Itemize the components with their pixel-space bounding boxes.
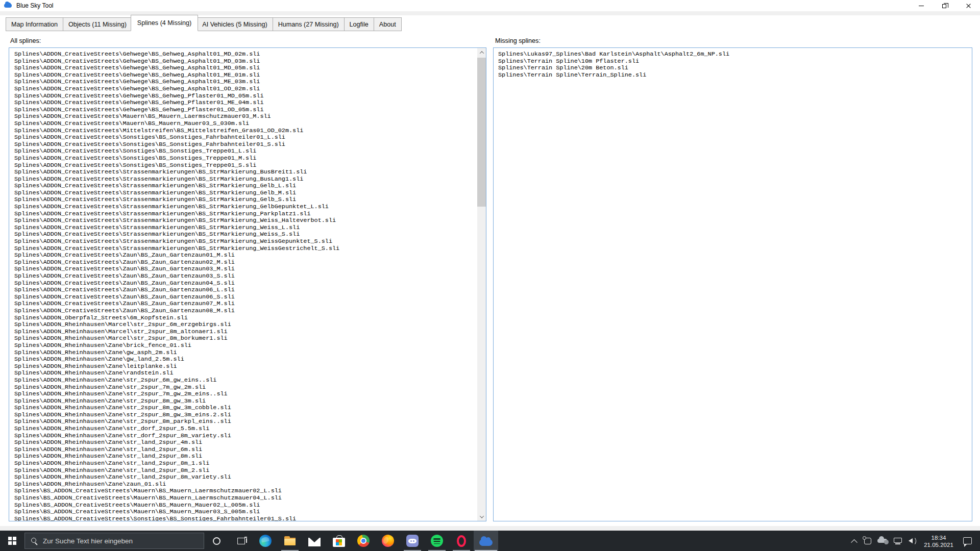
list-item[interactable]: Splines\ADDON_CreativeStreets\Sonstiges\… xyxy=(14,134,477,141)
tab-logfile[interactable]: Logfile xyxy=(344,17,374,31)
taskbar-app-opera[interactable] xyxy=(449,531,474,551)
list-item[interactable]: Splines\ADDON_Rheinhausen\Zane\str_dorf_… xyxy=(14,433,477,440)
list-item[interactable]: Splines\ADDON_CreativeStreets\Zaun\BS_Za… xyxy=(14,273,477,280)
list-item[interactable]: Splines\Terrain Spline\10m Pflaster.sli xyxy=(498,58,972,65)
list-item[interactable]: Splines\BS_ADDON_CreativeStreets\Mauern\… xyxy=(14,488,477,495)
list-item[interactable]: Splines\ADDON_Rheinhausen\Marcel\str_2sp… xyxy=(14,329,477,336)
list-item[interactable]: Splines\ADDON_Rheinhausen\Zane\randstein… xyxy=(14,370,477,377)
list-item[interactable]: Splines\ADDON_CreativeStreets\Mittelstre… xyxy=(14,128,477,135)
list-item[interactable]: Splines\ADDON_CreativeStreets\Gehwege\BS… xyxy=(14,99,477,107)
taskbar-app-chrome[interactable] xyxy=(351,531,376,551)
list-item[interactable]: Splines\ADDON_CreativeStreets\Strassenma… xyxy=(14,176,477,183)
tray-icon-hidden-icons[interactable] xyxy=(847,531,861,551)
list-item[interactable]: Splines\Lukas97_Splines\Bad Karlstein\As… xyxy=(498,51,972,58)
scroll-up-button[interactable] xyxy=(477,48,486,57)
list-item[interactable]: Splines\ADDON_CreativeStreets\Strassenma… xyxy=(14,238,477,245)
list-item[interactable]: Splines\ADDON_Rheinhausen\Zane\str_land_… xyxy=(14,467,477,474)
action-center-button[interactable] xyxy=(957,531,978,551)
list-item[interactable]: Splines\ADDON_CreativeStreets\Sonstiges\… xyxy=(14,148,477,155)
cortana-button[interactable] xyxy=(204,531,229,551)
restore-button[interactable] xyxy=(933,0,957,11)
taskbar-app-mail[interactable] xyxy=(302,531,327,551)
list-item[interactable]: Splines\ADDON_Oberpfalz_Streets\6m_Kopfs… xyxy=(14,315,477,322)
list-item[interactable]: Splines\ADDON_Rheinhausen\Zane\str_2spur… xyxy=(14,405,477,412)
list-item[interactable]: Splines\ADDON_CreativeStreets\Zaun\BS_Za… xyxy=(14,294,477,301)
list-item[interactable]: Splines\BS_ADDON_CreativeStreets\Mauern\… xyxy=(14,509,477,516)
list-item[interactable]: Splines\ADDON_CreativeStreets\Gehwege\BS… xyxy=(14,93,477,100)
tray-icon-volume[interactable] xyxy=(905,531,921,551)
list-item[interactable]: Splines\ADDON_CreativeStreets\Gehwege\BS… xyxy=(14,107,477,114)
missing-splines-listbox[interactable]: Splines\Lukas97_Splines\Bad Karlstein\As… xyxy=(493,47,972,521)
minimize-button[interactable] xyxy=(910,0,933,11)
list-item[interactable]: Splines\ADDON_CreativeStreets\Zaun\BS_Za… xyxy=(14,252,477,259)
taskbar-app-edge[interactable] xyxy=(253,531,278,551)
tab-humans[interactable]: Humans (27 Missing) xyxy=(273,17,345,31)
scrollbar-thumb[interactable] xyxy=(477,58,486,207)
list-item[interactable]: Splines\BS_ADDON_CreativeStreets\Mauern\… xyxy=(14,495,477,502)
list-item[interactable]: Splines\ADDON_CreativeStreets\Strassenma… xyxy=(14,211,477,218)
list-item[interactable]: Splines\ADDON_Rheinhausen\Marcel\str_2sp… xyxy=(14,335,477,342)
taskbar-app-file-explorer[interactable] xyxy=(278,531,302,551)
list-item[interactable]: Splines\ADDON_Rheinhausen\Zane\str_2spur… xyxy=(14,377,477,384)
search-input[interactable] xyxy=(43,537,204,545)
list-item[interactable]: Splines\ADDON_Rheinhausen\Zane\leitplank… xyxy=(14,363,477,370)
list-item[interactable]: Splines\ADDON_Rheinhausen\Zane\gw_land_2… xyxy=(14,356,477,363)
list-item[interactable]: Splines\ADDON_CreativeStreets\Gehwege\BS… xyxy=(14,65,477,72)
list-item[interactable]: Splines\ADDON_CreativeStreets\Zaun\BS_Za… xyxy=(14,280,477,287)
list-item[interactable]: Splines\ADDON_Rheinhausen\Zane\str_2spur… xyxy=(14,391,477,398)
list-item[interactable]: Splines\ADDON_CreativeStreets\Strassenma… xyxy=(14,224,477,232)
taskbar-app-firefox[interactable] xyxy=(376,531,400,551)
tab-objects[interactable]: Objects (11 Missing) xyxy=(63,17,132,31)
list-item[interactable]: Splines\ADDON_Rheinhausen\Zane\str_land_… xyxy=(14,453,477,460)
tray-icon-device[interactable] xyxy=(861,531,874,551)
list-item[interactable]: Splines\ADDON_CreativeStreets\Strassenma… xyxy=(14,204,477,211)
list-item[interactable]: Splines\ADDON_CreativeStreets\Strassenma… xyxy=(14,245,477,253)
taskbar-app-blue-sky-tool[interactable] xyxy=(474,531,498,551)
close-button[interactable] xyxy=(957,0,980,11)
list-item[interactable]: Splines\ADDON_CreativeStreets\Mauern\BS_… xyxy=(14,120,477,128)
list-item[interactable]: Splines\ADDON_CreativeStreets\Strassenma… xyxy=(14,231,477,238)
list-item[interactable]: Splines\ADDON_Rheinhausen\Zane\zaun_01.s… xyxy=(14,481,477,488)
list-item[interactable]: Splines\ADDON_Rheinhausen\Zane\str_land_… xyxy=(14,460,477,467)
list-item[interactable]: Splines\ADDON_CreativeStreets\Strassenma… xyxy=(14,190,477,197)
list-item[interactable]: Splines\ADDON_CreativeStreets\Zaun\BS_Za… xyxy=(14,308,477,315)
list-item[interactable]: Splines\ADDON_Rheinhausen\Zane\str_land_… xyxy=(14,474,477,481)
list-item[interactable]: Splines\ADDON_Rheinhausen\Zane\str_2spur… xyxy=(14,398,477,405)
list-item[interactable]: Splines\ADDON_Rheinhausen\Zane\str_2spur… xyxy=(14,418,477,425)
tab-splines[interactable]: Splines (4 Missing) xyxy=(131,15,198,31)
list-item[interactable]: Splines\ADDON_CreativeStreets\Gehwege\BS… xyxy=(14,72,477,79)
list-item[interactable]: Splines\ADDON_CreativeStreets\Strassenma… xyxy=(14,183,477,190)
clock[interactable]: 18:34 21.05.2021 xyxy=(921,534,957,548)
list-item[interactable]: Splines\BS_ADDON_CreativeStreets\Mauern\… xyxy=(14,502,477,509)
list-item[interactable]: Splines\ADDON_Rheinhausen\Zane\str_land_… xyxy=(14,446,477,454)
all-splines-listbox[interactable]: Splines\ADDON_CreativeStreets\Gehwege\BS… xyxy=(9,47,486,521)
list-item[interactable]: Splines\Terrain Spline\20m Beton.sli xyxy=(498,65,972,72)
list-item[interactable]: Splines\ADDON_Rheinhausen\Zane\brick_fen… xyxy=(14,342,477,349)
list-item[interactable]: Splines\ADDON_Rheinhausen\Zane\gw_asph_2… xyxy=(14,349,477,357)
taskbar-search[interactable] xyxy=(24,533,204,549)
start-button[interactable] xyxy=(0,531,24,551)
tab-map-information[interactable]: Map Information xyxy=(6,17,63,31)
list-item[interactable]: Splines\ADDON_CreativeStreets\Zaun\BS_Za… xyxy=(14,300,477,308)
list-item[interactable]: Splines\ADDON_CreativeStreets\Sonstiges\… xyxy=(14,141,477,148)
list-item[interactable]: Splines\ADDON_Rheinhausen\Zane\str_land_… xyxy=(14,439,477,446)
list-item[interactable]: Splines\ADDON_Rheinhausen\Zane\str_dorf_… xyxy=(14,425,477,433)
list-item[interactable]: Splines\ADDON_Rheinhausen\Marcel\str_2sp… xyxy=(14,321,477,329)
list-item[interactable]: Splines\ADDON_CreativeStreets\Strassenma… xyxy=(14,169,477,176)
tab-ai-vehicles[interactable]: AI Vehicles (5 Missing) xyxy=(197,17,273,31)
list-item[interactable]: Splines\ADDON_CreativeStreets\Sonstiges\… xyxy=(14,162,477,169)
list-item[interactable]: Splines\ADDON_CreativeStreets\Strassenma… xyxy=(14,196,477,204)
list-item[interactable]: Splines\ADDON_Rheinhausen\Zane\str_2spur… xyxy=(14,384,477,391)
all-splines-scrollbar[interactable] xyxy=(477,48,486,521)
taskbar-app-microsoft-store[interactable] xyxy=(327,531,351,551)
tab-about[interactable]: About xyxy=(374,17,402,31)
list-item[interactable]: Splines\ADDON_CreativeStreets\Zaun\BS_Za… xyxy=(14,266,477,273)
task-view-button[interactable] xyxy=(229,531,253,551)
list-item[interactable]: Splines\ADDON_CreativeStreets\Zaun\BS_Za… xyxy=(14,259,477,266)
list-item[interactable]: Splines\ADDON_CreativeStreets\Gehwege\BS… xyxy=(14,86,477,93)
list-item[interactable]: Splines\ADDON_CreativeStreets\Gehwege\BS… xyxy=(14,79,477,86)
list-item[interactable]: Splines\BS_ADDON_CreativeStreets\Sonstig… xyxy=(14,516,477,521)
list-item[interactable]: Splines\ADDON_CreativeStreets\Gehwege\BS… xyxy=(14,58,477,65)
list-item[interactable]: Splines\ADDON_CreativeStreets\Zaun\BS_Za… xyxy=(14,287,477,294)
list-item[interactable]: Splines\ADDON_Rheinhausen\Zane\str_2spur… xyxy=(14,412,477,419)
